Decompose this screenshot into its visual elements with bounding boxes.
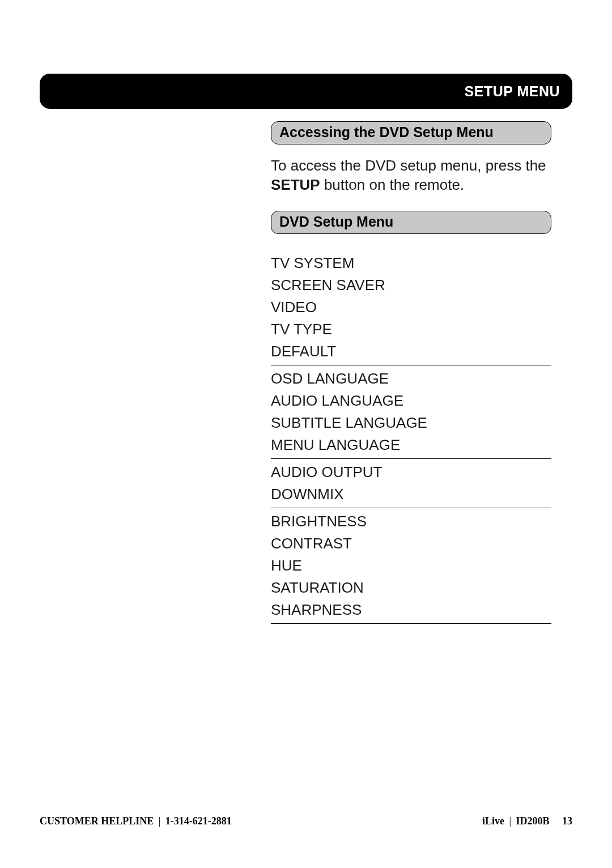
- access-instruction: To access the DVD setup menu, press the …: [271, 156, 551, 195]
- menu-item: SHARPNESS: [271, 599, 551, 621]
- menu-item: HUE: [271, 555, 551, 577]
- helpline-number: 1-314-621-2881: [165, 815, 232, 827]
- menu-item: OSD LANGUAGE: [271, 368, 551, 390]
- model-label: ID200B: [516, 815, 549, 827]
- subheading-dvd-menu: DVD Setup Menu: [271, 211, 551, 234]
- menu-group: AUDIO OUTPUT DOWNMIX: [271, 459, 551, 508]
- menu-item: AUDIO OUTPUT: [271, 461, 551, 483]
- helpline-label: CUSTOMER HELPLINE: [40, 815, 154, 827]
- menu-item: TV SYSTEM: [271, 252, 551, 274]
- section-header-bar: Setup Menu: [40, 74, 572, 109]
- menu-item: TV TYPE: [271, 318, 551, 341]
- subheading-accessing: Accessing the DVD Setup Menu: [271, 121, 551, 144]
- access-instruction-bold: SETUP: [271, 176, 320, 193]
- content-column: Accessing the DVD Setup Menu To access t…: [271, 121, 551, 624]
- menu-item: VIDEO: [271, 296, 551, 318]
- subheading-dvd-menu-text: DVD Setup Menu: [279, 214, 393, 229]
- menu-item: BRIGHTNESS: [271, 510, 551, 533]
- footer-left: CUSTOMER HELPLINE | 1-314-621-2881: [40, 815, 232, 827]
- separator-icon: |: [509, 815, 511, 827]
- brand-label: iLive: [482, 815, 504, 827]
- page-footer: CUSTOMER HELPLINE | 1-314-621-2881 iLive…: [40, 815, 572, 827]
- menu-group: BRIGHTNESS CONTRAST HUE SATURATION SHARP…: [271, 508, 551, 624]
- menu-group: OSD LANGUAGE AUDIO LANGUAGE SUBTITLE LAN…: [271, 365, 551, 459]
- footer-right: iLive | ID200B 13: [482, 815, 572, 827]
- menu-item: AUDIO LANGUAGE: [271, 390, 551, 412]
- page-number: 13: [562, 815, 572, 827]
- access-instruction-post: button on the remote.: [320, 176, 464, 193]
- menu-item: DOWNMIX: [271, 483, 551, 505]
- menu-item: CONTRAST: [271, 533, 551, 555]
- menu-item: SCREEN SAVER: [271, 274, 551, 296]
- section-header-title: Setup Menu: [465, 83, 560, 100]
- menu-item: SUBTITLE LANGUAGE: [271, 412, 551, 434]
- menu-group: TV SYSTEM SCREEN SAVER VIDEO TV TYPE DEF…: [271, 245, 551, 365]
- menu-item: SATURATION: [271, 577, 551, 599]
- menu-item: MENU LANGUAGE: [271, 434, 551, 456]
- menu-item: DEFAULT: [271, 341, 551, 363]
- access-instruction-pre: To access the DVD setup menu, press the: [271, 157, 546, 174]
- subheading-accessing-text: Accessing the DVD Setup Menu: [279, 124, 494, 140]
- separator-icon: |: [159, 815, 161, 827]
- manual-page: Setup Menu Accessing the DVD Setup Menu …: [0, 0, 612, 868]
